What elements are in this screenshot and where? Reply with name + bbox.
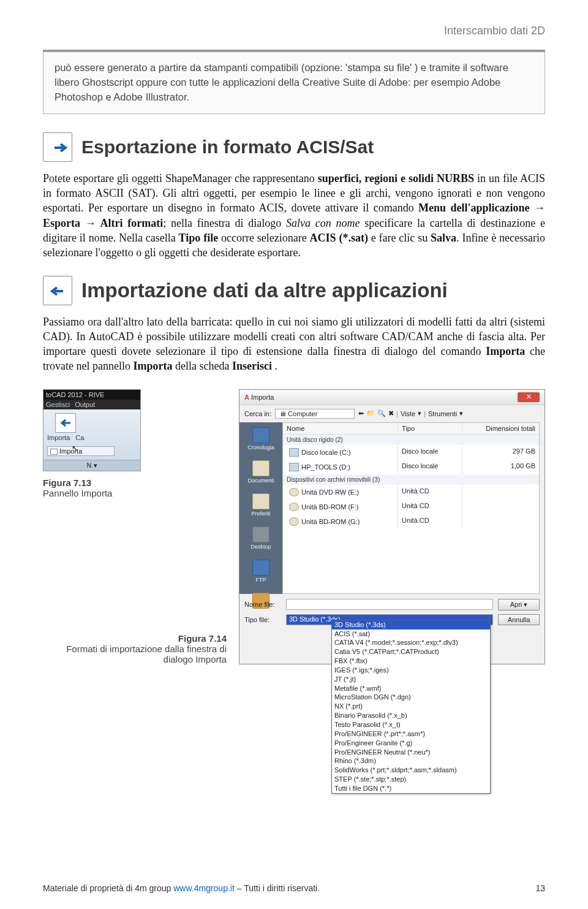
dropdown-item[interactable]: Tutti i file DGN (*.*) xyxy=(332,784,490,793)
cerca-in-dropdown[interactable]: 🖥 Computer xyxy=(275,409,355,419)
page-footer: Materiale di proprietà di 4m group www.4… xyxy=(43,883,545,893)
file-row[interactable]: Unità DVD RW (E:)Unità CD xyxy=(283,485,539,500)
dropdown-item[interactable]: SolidWorks (*.prt;*.sldprt;*.asm;*.sldas… xyxy=(332,766,490,775)
close-icon[interactable]: ✕ xyxy=(518,392,540,402)
dropdown-item[interactable]: Metafile (*.wmf) xyxy=(332,684,490,693)
dropdown-item[interactable]: JT (*.jt) xyxy=(332,675,490,684)
up-icon[interactable]: 📁 xyxy=(366,409,375,417)
section-title-export: Esportazione in formato ACIS/Sat xyxy=(81,137,374,158)
dropdown-item[interactable]: MicroStation DGN (*.dgn) xyxy=(332,693,490,702)
callout-box: può essere generato a partire da stampan… xyxy=(43,50,545,114)
importa-button-icon xyxy=(55,413,76,433)
dropdown-item[interactable]: Testo Parasolid (*.x_t) xyxy=(332,720,490,729)
dialog-title: A Importa xyxy=(244,394,274,401)
importa-button[interactable]: Importa Ca xyxy=(47,413,84,441)
page-number: 13 xyxy=(535,883,545,893)
ribbon-titlebar: toCAD 2012 - RIVE xyxy=(43,390,140,400)
ribbon-tab-output[interactable]: Output xyxy=(75,401,95,408)
col-nome[interactable]: Nome xyxy=(283,423,398,434)
col-tipo[interactable]: Tipo xyxy=(398,423,462,434)
file-list[interactable]: Nome Tipo Dimensioni totali Unità disco … xyxy=(282,422,540,594)
section-title-import: Importazione dati da altre applicazioni xyxy=(81,279,448,302)
dropdown-item[interactable]: NX (*.prt) xyxy=(332,702,490,711)
sidebar-documenti[interactable]: Documenti xyxy=(247,460,274,484)
dropdown-item[interactable]: Catia V5 (*.CATPart;*.CATProduct) xyxy=(332,647,490,656)
tipofile-label: Tipo file: xyxy=(244,616,281,623)
dropdown-item[interactable]: Pro/ENGINEER (*.prt*;*.asm*) xyxy=(332,729,490,739)
sidebar-preferiti[interactable]: Preferiti xyxy=(251,493,270,517)
import-dialog-screenshot: A Importa ✕ Cerca in: 🖥 Computer ⬅ 📁 🔍 ✖… xyxy=(239,389,545,664)
file-row[interactable]: Unità BD-ROM (G:)Unità CD xyxy=(283,514,539,529)
group-hdd: Unità disco rigido (2) xyxy=(283,435,539,445)
section2-body: Passiamo ora dall'altro lato della barri… xyxy=(43,314,545,374)
dropdown-item[interactable]: Rhino (*.3dm) xyxy=(332,756,490,766)
dropdown-item[interactable]: STEP (*.ste;*.stp;*.step) xyxy=(332,775,490,784)
import-icon xyxy=(43,276,72,305)
file-row[interactable]: Unità BD-ROM (F:)Unità CD xyxy=(283,500,539,514)
apri-button[interactable]: Apri ▾ xyxy=(498,599,540,610)
ribbon-tab-gestisci[interactable]: Gestisci xyxy=(46,401,70,408)
group-removable: Dispositivi con archivi rimovibili (3) xyxy=(283,474,539,485)
tools-dropdown[interactable]: Strumenti xyxy=(428,410,457,417)
sidebar-desktop[interactable]: Desktop xyxy=(251,527,271,550)
views-dropdown[interactable]: Viste xyxy=(401,410,415,417)
dialog-sidebar: Cronologia Documenti Preferiti Desktop F… xyxy=(239,422,282,594)
sidebar-ftp[interactable]: FTP xyxy=(252,560,270,583)
delete-icon[interactable]: ✖ xyxy=(388,409,394,417)
nomefile-label: Nome file: xyxy=(244,601,281,608)
dropdown-item[interactable]: IGES (*.igs;*.iges) xyxy=(332,666,490,675)
footer-link[interactable]: www.4mgroup.it xyxy=(173,883,235,893)
page-header: Interscambio dati 2D xyxy=(43,25,545,37)
col-dim[interactable]: Dimensioni totali xyxy=(462,423,539,434)
tipofile-dropdown-list[interactable]: 3D Studio (*.3ds)ACIS (*.sat)CATIA V4 (*… xyxy=(331,620,491,794)
ribbon-footer: N ▾ xyxy=(43,460,140,471)
dropdown-item[interactable]: ACIS (*.sat) xyxy=(332,629,490,639)
dropdown-item[interactable]: Pro/Engineer Granite (*.g) xyxy=(332,739,490,748)
ribbon-panel-screenshot: toCAD 2012 - RIVE Gestisci Output Import… xyxy=(43,389,141,471)
figure-7-13-caption: Figura 7.13 Pannello Importa xyxy=(43,477,227,498)
nomefile-input[interactable] xyxy=(286,599,493,610)
dropdown-item[interactable]: FBX (*.fbx) xyxy=(332,656,490,666)
sidebar-cronologia[interactable]: Cronologia xyxy=(247,427,274,451)
back-icon[interactable]: ⬅ xyxy=(358,409,364,417)
dropdown-item[interactable]: Pro/ENGINEER Neutral (*.neu*) xyxy=(332,748,490,757)
dropdown-item[interactable]: CATIA V4 (*.model;*.session;*.exp;*.dlv3… xyxy=(332,638,490,647)
dropdown-item[interactable]: Binario Parasolid (*.x_b) xyxy=(332,711,490,720)
export-icon xyxy=(43,132,72,162)
annulla-button[interactable]: Annulla xyxy=(498,614,540,625)
search-icon[interactable]: 🔍 xyxy=(377,409,386,417)
dropdown-item[interactable]: 3D Studio (*.3ds) xyxy=(332,620,490,629)
importa-dropdown[interactable]: Importa xyxy=(47,446,115,456)
cursor-icon: ↖ xyxy=(72,444,78,453)
file-row[interactable]: Disco locale (C:)Disco locale297 GB xyxy=(283,445,539,460)
section1-body: Potete esportare gli oggetti ShapeManage… xyxy=(43,171,545,261)
figure-7-14-caption: Figura 7.14 Formati di importazione dall… xyxy=(43,633,227,664)
file-row[interactable]: HP_TOOLS (D:)Disco locale1,00 GB xyxy=(283,460,539,474)
cerca-label: Cerca in: xyxy=(244,410,271,417)
